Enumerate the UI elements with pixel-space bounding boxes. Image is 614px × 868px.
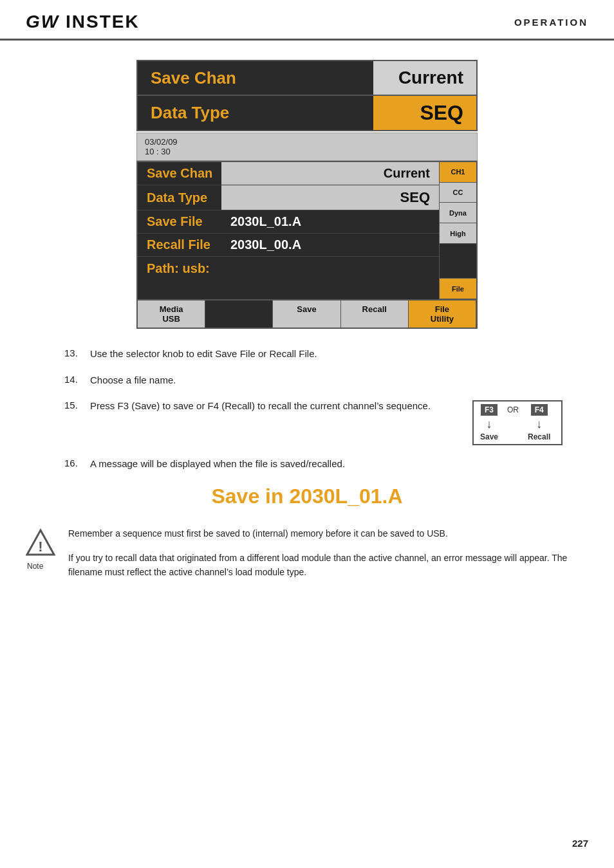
note-section: ! Note Remember a sequence must first be…	[26, 526, 588, 580]
softkey-recall[interactable]: Recall	[341, 300, 409, 328]
svg-text:!: !	[38, 539, 42, 555]
inner-save-file-label: Save File	[138, 210, 221, 233]
instruction-15-num: 15.	[64, 399, 90, 411]
f3-box: F3 ↓ Save	[474, 402, 505, 444]
data-type-label: Data Type	[138, 97, 373, 129]
page-header: GW INSTEK OPERATION	[0, 0, 614, 41]
inner-path-label: Path: usb:	[138, 257, 266, 280]
display-top: Save Chan Current Data Type SEQ	[136, 60, 478, 131]
display-row-data-type: Data Type SEQ	[138, 96, 476, 130]
ui-panel: Save Chan Current Data Type SEQ 03/02/09…	[136, 60, 478, 329]
instruction-16-num: 16.	[64, 457, 90, 468]
date-display: 03/02/09	[145, 137, 469, 147]
instruction-16-text: A message will be displayed when the fil…	[90, 457, 563, 472]
side-buttons: CH1 CC Dyna High File	[439, 162, 476, 299]
note-2: If you try to recall data that originate…	[68, 551, 588, 580]
inner-data-type-value: SEQ	[221, 185, 439, 210]
note-text: Remember a sequence must first be saved …	[68, 526, 588, 580]
data-type-value: SEQ	[373, 96, 476, 130]
time-display: 10 : 30	[145, 147, 469, 156]
f4-box: F4 ↓ Recall	[521, 402, 557, 444]
softkey-save[interactable]: Save	[273, 300, 340, 328]
f4-label: F4	[531, 404, 548, 416]
instruction-16: 16. A message will be displayed when the…	[64, 457, 563, 472]
side-btn-spacer	[440, 244, 476, 279]
note-label: Note	[27, 562, 43, 571]
side-btn-cc[interactable]: CC	[440, 183, 476, 203]
instruction-15-content: Press F3 (Save) to save or F4 (Recall) t…	[90, 399, 563, 445]
instruction-14: 14. Choose a file name.	[64, 373, 563, 388]
inner-save-file-value: 2030L_01.A	[221, 210, 439, 233]
f4-name: Recall	[528, 432, 550, 441]
fkey-or: OR	[505, 402, 521, 417]
instructions: 13. Use the selector knob to edit Save F…	[64, 347, 563, 472]
instruction-13-text: Use the selector knob to edit Save File …	[90, 347, 563, 362]
inner-row-path: Path: usb:	[138, 257, 439, 280]
softkey-file-utility[interactable]: FileUtility	[409, 300, 476, 328]
f3-arrow: ↓	[487, 418, 492, 430]
inner-panel-container: Save Chan Current Data Type SEQ Save Fil…	[136, 161, 478, 300]
instruction-15-text: Press F3 (Save) to save or F4 (Recall) t…	[90, 399, 461, 414]
f3-name: Save	[480, 432, 498, 441]
f3-label: F3	[481, 404, 498, 416]
side-btn-file[interactable]: File	[440, 279, 476, 299]
side-btn-ch1[interactable]: CH1	[440, 162, 476, 183]
inner-panel: Save Chan Current Data Type SEQ Save Fil…	[138, 162, 439, 299]
instruction-15: 15. Press F3 (Save) to save or F4 (Recal…	[64, 399, 563, 445]
inner-row-recall-file: Recall File 2030L_00.A	[138, 234, 439, 257]
page-number: 227	[572, 838, 588, 849]
f4-arrow: ↓	[536, 418, 542, 430]
softkey-media[interactable]: MediaUSB	[138, 300, 205, 328]
instruction-14-num: 14.	[64, 373, 90, 385]
inner-row-save-file: Save File 2030L_01.A	[138, 210, 439, 234]
display-row-save-chan: Save Chan Current	[138, 61, 476, 96]
ui-panel-area: Save Chan Current Data Type SEQ 03/02/09…	[26, 60, 588, 329]
note-warning-icon: !	[26, 528, 55, 557]
side-btn-dyna[interactable]: Dyna	[440, 203, 476, 223]
inner-recall-file-value: 2030L_00.A	[221, 234, 439, 256]
note-1: Remember a sequence must first be saved …	[68, 526, 588, 540]
inner-row-data-type: Data Type SEQ	[138, 185, 439, 210]
instruction-13: 13. Use the selector knob to edit Save F…	[64, 347, 563, 362]
save-chan-label: Save Chan	[138, 62, 373, 95]
note-icon-container: ! Note	[26, 528, 58, 571]
main-content: Save Chan Current Data Type SEQ 03/02/09…	[0, 41, 614, 599]
fkey-diagram: F3 ↓ Save OR F4 ↓ Recall	[472, 400, 563, 445]
side-btn-high[interactable]: High	[440, 223, 476, 244]
inner-recall-file-label: Recall File	[138, 234, 221, 256]
inner-save-chan-label: Save Chan	[138, 162, 221, 185]
inner-spacer	[138, 280, 439, 299]
section-label: OPERATION	[514, 17, 588, 28]
softkey-empty-1	[205, 300, 273, 328]
instruction-13-num: 13.	[64, 347, 90, 358]
inner-data-type-label: Data Type	[138, 187, 221, 209]
instruction-14-text: Choose a file name.	[90, 373, 563, 388]
logo: GW INSTEK	[26, 12, 140, 32]
save-message: Save in 2030L_01.A	[26, 485, 588, 508]
inner-row-save-chan: Save Chan Current	[138, 162, 439, 185]
datetime-area: 03/02/09 10 : 30	[136, 133, 478, 161]
inner-save-chan-value: Current	[221, 162, 439, 185]
save-chan-value: Current	[373, 61, 476, 95]
softkey-bar: MediaUSB Save Recall FileUtility	[136, 300, 478, 329]
